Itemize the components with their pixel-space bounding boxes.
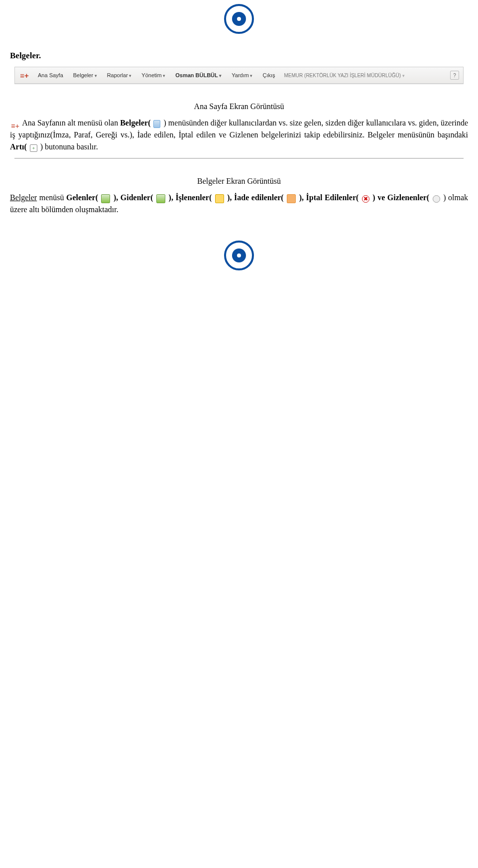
bold-islenenler: İşlenenler( xyxy=(175,193,212,202)
text: menüsü xyxy=(39,193,66,202)
header-logo xyxy=(0,0,478,37)
paragraph-belgeler-menu: Belgeler menüsü Gelenler( ), Gidenler( )… xyxy=(0,192,478,216)
logo-bullet-icon: ≡+ xyxy=(11,120,19,128)
text: ), xyxy=(299,193,306,202)
paragraph-belgeler-intro: ≡+ Ana Sayfanın alt menüsü olan Belgeler… xyxy=(0,117,478,153)
text: ), xyxy=(227,193,234,202)
bolt-icon xyxy=(215,194,224,203)
text: Ana Sayfanın alt menüsü olan xyxy=(22,119,120,127)
university-logo-icon xyxy=(224,241,254,270)
text: ) butonuna basılır. xyxy=(40,142,98,151)
plus-box-icon: + xyxy=(30,144,37,152)
document-icon xyxy=(153,120,160,128)
toolbar-item[interactable]: Raporlar xyxy=(103,71,136,80)
cross-icon: ✖ xyxy=(362,195,369,203)
caption-ana-sayfa: Ana Sayfa Ekran Görüntüsü xyxy=(0,102,478,111)
university-logo-icon xyxy=(224,4,254,34)
hidden-icon xyxy=(433,195,440,203)
text: ), xyxy=(169,193,176,202)
toolbar-item[interactable]: Yardım xyxy=(228,71,256,80)
app-logo-icon: ≡+ xyxy=(19,70,30,81)
bold-iade: İade edilenler( xyxy=(234,193,284,202)
toolbar-item[interactable]: Ana Sayfa xyxy=(34,71,67,80)
bold-belgeler: Belgeler( xyxy=(120,119,150,127)
toolbar-role[interactable]: MEMUR (REKTÖRLÜK YAZI İŞLERİ MÜDÜRLÜĞÜ) xyxy=(284,73,405,78)
bold-gelenler: Gelenler( xyxy=(66,193,98,202)
bold-arti: Artı( xyxy=(10,142,27,151)
app-screenshot-1: ≡+Ana SayfaBelgelerRaporlarYönetimOsman … xyxy=(14,67,464,84)
help-icon[interactable]: ? xyxy=(450,71,459,80)
text: ), xyxy=(114,193,120,202)
app-toolbar: ≡+Ana SayfaBelgelerRaporlarYönetimOsman … xyxy=(15,67,463,84)
text: ) ve xyxy=(372,193,387,202)
toolbar-item[interactable]: Belgeler xyxy=(69,71,101,80)
footer-logo xyxy=(0,221,478,277)
warn-icon xyxy=(287,194,296,203)
app-screenshot-2 xyxy=(14,158,464,159)
toolbar-item[interactable]: Yönetim xyxy=(137,71,169,80)
caption-belgeler: Belgeler Ekran Görüntüsü xyxy=(0,177,478,186)
bold-gizlenenler: Gizlenenler( xyxy=(387,193,429,202)
inbox-out-icon xyxy=(156,194,165,203)
underline-belgeler: Belgeler xyxy=(10,193,37,202)
section-title: Belgeler. xyxy=(0,51,478,61)
bold-gidenler: Gidenler( xyxy=(120,193,153,202)
bold-iptal: İptal Edilenler( xyxy=(306,193,359,202)
inbox-in-icon xyxy=(101,194,110,203)
toolbar-user[interactable]: Osman BÜLBÜL xyxy=(171,71,226,80)
toolbar-item[interactable]: Çıkış xyxy=(258,71,279,80)
